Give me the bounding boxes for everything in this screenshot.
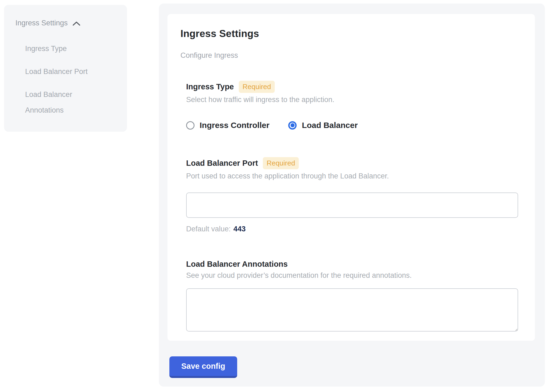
- load-balancer-port-label: Load Balancer Port: [186, 159, 258, 168]
- radio-ingress-controller[interactable]: Ingress Controller: [186, 121, 269, 130]
- page-subtitle: Configure Ingress: [180, 51, 518, 60]
- radio-ingress-controller-label: Ingress Controller: [200, 121, 269, 130]
- sidebar-item-list: Ingress Type Load Balancer Port Load Bal…: [15, 41, 116, 118]
- ingress-type-radio-group: Ingress Controller Load Balancer: [186, 121, 518, 130]
- section-ingress-type: Ingress Type Required Select how traffic…: [186, 81, 518, 130]
- sidebar-item-load-balancer-port[interactable]: Load Balancer Port: [25, 64, 109, 79]
- default-value-label: Default value:: [186, 225, 231, 233]
- radio-load-balancer[interactable]: Load Balancer: [288, 121, 358, 130]
- section-load-balancer-port: Load Balancer Port Required Port used to…: [186, 157, 518, 233]
- page-title: Ingress Settings: [180, 28, 518, 39]
- chevron-up-icon: [72, 21, 81, 27]
- required-badge: Required: [263, 157, 299, 169]
- ingress-type-description: Select how traffic will ingress to the a…: [186, 96, 518, 104]
- load-balancer-annotations-description: See your cloud provider’s documentation …: [186, 271, 518, 280]
- ingress-type-label: Ingress Type: [186, 82, 234, 91]
- load-balancer-port-input[interactable]: [186, 192, 518, 218]
- sidebar-item-load-balancer-annotations[interactable]: Load Balancer Annotations: [25, 87, 109, 118]
- ingress-settings-card: Ingress Settings Configure Ingress Ingre…: [167, 14, 535, 341]
- radio-circle-icon: [288, 121, 297, 130]
- required-badge: Required: [239, 81, 275, 93]
- radio-load-balancer-label: Load Balancer: [302, 121, 358, 130]
- default-value: 443: [233, 225, 246, 233]
- sidebar-item-ingress-type[interactable]: Ingress Type: [25, 41, 109, 56]
- main-panel: Ingress Settings Configure Ingress Ingre…: [159, 4, 545, 387]
- section-load-balancer-annotations: Load Balancer Annotations See your cloud…: [186, 260, 518, 332]
- load-balancer-annotations-label: Load Balancer Annotations: [186, 260, 288, 269]
- sidebar-group-label: Ingress Settings: [15, 19, 68, 27]
- load-balancer-annotations-textarea[interactable]: [186, 288, 518, 332]
- default-value-line: Default value:443: [186, 225, 518, 233]
- radio-circle-icon: [186, 121, 194, 130]
- save-config-button[interactable]: Save config: [169, 356, 237, 378]
- settings-sidebar: Ingress Settings Ingress Type Load Balan…: [4, 5, 127, 132]
- sidebar-group-ingress-settings[interactable]: Ingress Settings: [15, 19, 116, 27]
- load-balancer-port-description: Port used to access the application thro…: [186, 172, 518, 180]
